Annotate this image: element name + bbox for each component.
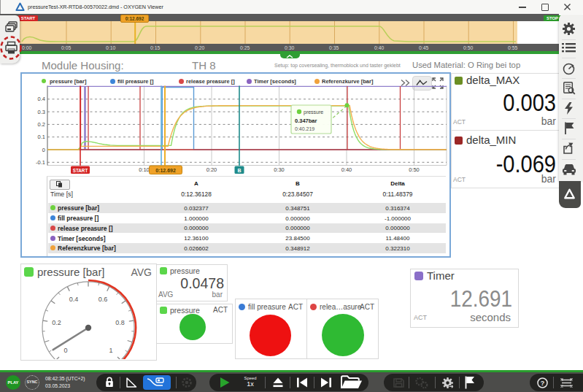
- svg-text:0.3: 0.3: [38, 109, 45, 115]
- svg-text:0.8: 0.8: [115, 319, 125, 326]
- svg-text:0:10: 0:10: [139, 166, 150, 173]
- svg-text:0.4: 0.4: [38, 96, 45, 102]
- svg-text:0: 0: [63, 347, 67, 354]
- svg-text:START: START: [73, 168, 88, 173]
- svg-text:0.2: 0.2: [52, 319, 61, 326]
- svg-text:B: B: [237, 168, 241, 173]
- svg-text:0: 0: [42, 147, 45, 153]
- svg-text:0.6: 0.6: [99, 296, 108, 303]
- svg-text:0:12.692: 0:12.692: [155, 168, 176, 173]
- svg-text:0:40.219: 0:40.219: [295, 126, 314, 131]
- svg-text:0.2: 0.2: [38, 121, 45, 128]
- svg-text:0.347bar: 0.347bar: [295, 118, 317, 124]
- svg-text:0:30: 0:30: [274, 166, 285, 173]
- svg-text:1: 1: [109, 347, 113, 354]
- svg-text:0:20: 0:20: [206, 166, 217, 173]
- svg-text:pressure: pressure: [304, 109, 323, 115]
- svg-text:0:40: 0:40: [341, 166, 352, 173]
- svg-text:0.1: 0.1: [38, 134, 45, 140]
- svg-text:0:50: 0:50: [409, 166, 420, 173]
- svg-text:-0.1: -0.1: [36, 159, 45, 166]
- svg-text:?: ?: [541, 380, 545, 387]
- svg-text:0.4: 0.4: [69, 296, 79, 303]
